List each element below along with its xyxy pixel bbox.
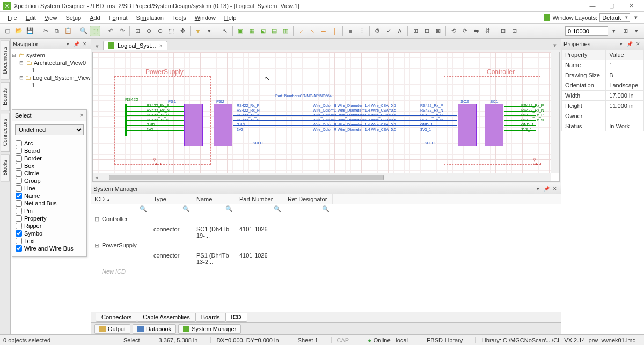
sm-pin-icon[interactable]: 📌 [543,185,550,193]
tool-align2-icon[interactable]: ⋮ [356,26,367,36]
tool-zoomfit-icon[interactable]: ⊡ [132,26,143,36]
menu-view[interactable]: View [40,13,62,22]
sm-search-4[interactable]: 🔍 [284,204,333,214]
tool-wire4-icon[interactable]: │ [330,26,340,36]
tool-save-icon[interactable]: 💾 [25,26,35,36]
tool-pan-icon[interactable]: ✥ [177,26,188,36]
system-manager-columns[interactable]: ICD ▲TypeNamePart NumberRef Designator [91,194,561,204]
select-option-line[interactable]: Line [16,185,83,192]
sm-group[interactable]: ⊟PowerSupply [91,240,561,251]
select-option-pin[interactable]: Pin [16,207,83,215]
menu-help[interactable]: Help [220,13,241,22]
sm-col-type[interactable]: Type [150,194,193,204]
sm-col-icd[interactable]: ICD ▲ [91,194,150,204]
maximize-button[interactable]: ▢ [602,1,621,11]
close-button[interactable]: ✕ [621,1,641,11]
property-row[interactable]: StatusIn Work [562,121,644,131]
tool-redo-icon[interactable]: ↷ [116,26,127,36]
sm-menu-icon[interactable]: ▾ [534,185,541,193]
tool-copy-icon[interactable]: ⧉ [52,26,62,36]
tool-wire1-icon[interactable]: ⟋ [296,26,306,36]
property-row[interactable]: Drawing SizeB [562,70,644,80]
sm-btab-cable-assemblies[interactable]: Cable Assemblies [137,313,195,322]
tool-grid2-icon[interactable]: ⊡ [509,26,519,36]
tool-wire3-icon[interactable]: ─ [318,26,329,36]
sm-btab-connectors[interactable]: Connectors [96,313,137,322]
connector-ps2[interactable] [214,104,232,146]
system-manager-grid[interactable]: ⊟ControllerconnectorSC1 (Dh4Tb-19-...410… [91,214,561,312]
tool-flip2-icon[interactable]: ⇵ [482,26,493,36]
navigator-tree[interactable]: ⊟🗀system ⊟🗀Architectural_View0 ▫1 ⊟🗀Logi… [11,49,91,91]
tool-filter-icon[interactable]: ▼ [193,26,203,36]
schematic-canvas[interactable]: PowerSupply Controller Part_Number=CR-MC… [93,52,551,173]
sm-col-ref-designator[interactable]: Ref Designator [284,194,333,204]
layout-save-button[interactable]: ▾ [631,13,641,23]
select-option-text[interactable]: Text [16,237,83,245]
tool-layer-icon[interactable]: ▾ [204,26,215,36]
select-option-box[interactable]: Box [16,162,83,170]
menu-tools[interactable]: Tools [168,13,191,22]
select-option-group[interactable]: Group [16,177,83,185]
tool-rot2-icon[interactable]: ⟳ [459,26,470,36]
select-option-net-and-bus[interactable]: Net and Bus [16,200,83,207]
doc-tab-close-icon[interactable]: × [159,42,163,49]
select-option-ripper[interactable]: Ripper [16,222,83,230]
props-close-icon[interactable]: ✕ [634,40,642,48]
property-row[interactable]: Width17.000 in [562,91,644,101]
nav-menu-icon[interactable]: ▾ [64,40,71,48]
tool-net-icon[interactable]: ⬕ [258,26,268,36]
sm-close-icon[interactable]: ✕ [551,185,559,193]
tool-comp-icon[interactable]: ▦ [246,26,257,36]
left-tab-boards[interactable]: Boards [1,82,10,111]
tool-gear-icon[interactable]: ⚙ [372,26,383,36]
select-panel-dropdown[interactable]: Undefined [15,124,84,135]
bottom-tab-output[interactable]: Output [94,324,130,334]
tool-open-icon[interactable]: 📂 [13,26,24,36]
select-panel-close-icon[interactable]: × [80,112,84,119]
tool-bus-icon[interactable]: ▤ [269,26,280,36]
bottom-tab-sysmgr[interactable]: System Manager [178,324,241,334]
tool-pointer-icon[interactable]: ↖ [219,26,230,36]
tool-paste-icon[interactable]: 📋 [63,26,74,36]
left-tab-connectors[interactable]: Connectors [1,113,10,152]
menu-add[interactable]: Add [85,13,105,22]
nav-pin-icon[interactable]: 📌 [72,40,80,48]
tool-end2-icon[interactable]: ▾ [631,26,642,36]
tool-grid1-icon[interactable]: ⊞ [497,26,508,36]
left-tab-blocks[interactable]: Blocks [1,154,10,181]
select-option-border[interactable]: Border [16,155,83,162]
tool-new-icon[interactable]: ▢ [2,26,13,36]
sm-search-2[interactable]: 🔍 [193,204,236,214]
tool-wire2-icon[interactable]: ⟍ [307,26,318,36]
tool-text-icon[interactable]: A [394,26,405,36]
doc-tab-overflow-icon[interactable]: ▾ [551,41,559,50]
sm-col-name[interactable]: Name [193,194,236,204]
menu-file[interactable]: File [3,13,21,22]
doc-tab-menu-icon[interactable]: ▾ [93,42,101,50]
zoom-dropdown-icon[interactable]: ▾ [609,26,619,36]
sm-col-part-number[interactable]: Part Number [236,194,284,204]
canvas-vscroll[interactable] [551,52,559,173]
select-option-board[interactable]: Board [16,147,83,155]
tool-rot1-icon[interactable]: ⟲ [448,26,459,36]
select-option-wire-and-wire-bus[interactable]: Wire and Wire Bus [16,245,83,252]
property-row[interactable]: Name1 [562,60,644,70]
tool-cut-icon[interactable]: ✂ [40,26,51,36]
nav-close-icon[interactable]: ✕ [81,40,89,48]
minimize-button[interactable]: — [583,1,602,11]
sm-row[interactable]: connectorSC1 (Dh4Tb-19-...4101-1026 [91,224,561,240]
connector-ps1[interactable] [184,104,203,146]
select-option-arc[interactable]: Arc [16,140,83,147]
window-layouts-select[interactable]: Default [599,13,630,22]
tool-undo-icon[interactable]: ↶ [105,26,116,36]
tool-flip1-icon[interactable]: ⇋ [471,26,481,36]
menu-setup[interactable]: Setup [61,13,85,22]
tool-zoomout-icon[interactable]: ⊖ [155,26,165,36]
sm-new-row[interactable]: New ICD [91,267,561,276]
tool-misc2-icon[interactable]: ⊟ [421,26,432,36]
left-tab-documents[interactable]: Documents [1,41,10,80]
connector-sc1[interactable] [485,104,503,146]
menu-window[interactable]: Window [191,13,220,22]
menu-edit[interactable]: Edit [21,13,40,22]
sm-btab-boards[interactable]: Boards [195,313,226,322]
